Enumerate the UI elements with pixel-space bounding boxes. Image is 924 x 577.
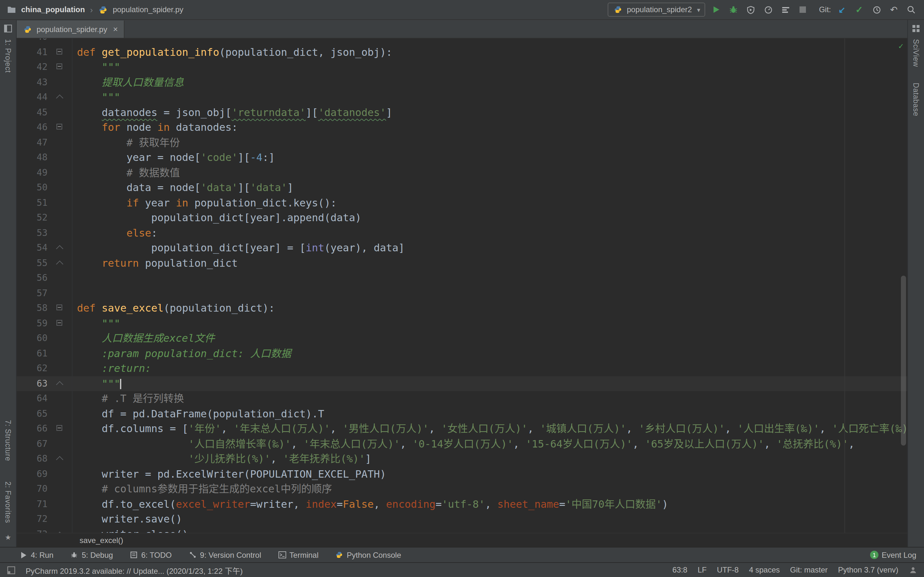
fold-start-icon[interactable] <box>50 45 69 60</box>
tool-button-version-control[interactable]: 9: Version Control <box>188 550 261 559</box>
search-icon[interactable] <box>905 3 918 16</box>
code-line[interactable]: 62 :return: <box>17 361 907 376</box>
code-line[interactable]: 54 population_dict[year] = [int(year), d… <box>17 240 907 255</box>
code-line[interactable]: 53 else: <box>17 226 907 240</box>
code-line[interactable]: 58def save_excel(population_dict): <box>17 301 907 316</box>
code-line[interactable]: 57 <box>17 285 907 301</box>
code-line[interactable]: 65 df = pd.DataFrame(population_dict).T <box>17 406 907 421</box>
line-number[interactable]: 58 <box>17 301 50 316</box>
breadcrumb-method[interactable]: save_excel() <box>79 536 123 545</box>
line-number[interactable]: 56 <box>17 271 50 285</box>
tool-button-todo[interactable]: 6: TODO <box>129 550 172 559</box>
code-line[interactable]: 43 提取人口数量信息 <box>17 75 907 90</box>
line-number[interactable]: 57 <box>17 285 50 301</box>
code-line[interactable]: 56 <box>17 271 907 285</box>
line-number[interactable]: 52 <box>17 210 50 226</box>
line-number[interactable]: 49 <box>17 165 50 180</box>
code-line[interactable]: 46 for node in datanodes: <box>17 120 907 135</box>
sciview-grid-icon[interactable] <box>911 24 921 33</box>
code-line[interactable]: 64 # .T 是行列转换 <box>17 391 907 406</box>
line-number[interactable]: 60 <box>17 331 50 346</box>
inspections-profile-icon[interactable] <box>909 566 918 574</box>
fold-end-icon[interactable] <box>50 527 69 533</box>
fold-end-icon[interactable] <box>50 90 69 105</box>
code-line[interactable]: 55 return population_dict <box>17 255 907 271</box>
fold-start-icon[interactable] <box>50 316 69 331</box>
fold-start-icon[interactable] <box>50 301 69 316</box>
project-tool-icon[interactable] <box>3 24 13 33</box>
sidebar-item-structure[interactable]: 7: Structure <box>4 420 12 461</box>
code-line[interactable]: 66 df.columns = ['年份', '年末总人口(万人)', '男性人… <box>17 421 907 436</box>
breadcrumb[interactable]: save_excel() <box>17 533 907 547</box>
fold-end-icon[interactable] <box>50 451 69 466</box>
tool-button-python-console[interactable]: Python Console <box>335 550 401 559</box>
fold-end-icon[interactable] <box>50 376 69 391</box>
line-number[interactable]: 54 <box>17 240 50 255</box>
run-configuration-select[interactable]: population_spider2 ▾ <box>607 3 706 17</box>
code-line[interactable]: 69 writer = pd.ExcelWriter(POPULATION_EX… <box>17 466 907 482</box>
line-number[interactable]: 72 <box>17 512 50 527</box>
star-icon[interactable]: ★ <box>5 533 11 542</box>
line-number[interactable]: 53 <box>17 226 50 240</box>
run-button[interactable] <box>710 3 723 16</box>
code-line[interactable]: 70 # columns参数用于指定生成的excel中列的顺序 <box>17 482 907 496</box>
code-line[interactable]: 44 """ <box>17 90 907 105</box>
line-number[interactable]: 42 <box>17 60 50 75</box>
breadcrumb-file[interactable]: population_spider.py <box>113 5 183 14</box>
code-line[interactable]: 61 :param population_dict: 人口数据 <box>17 346 907 361</box>
debug-button[interactable] <box>727 3 740 16</box>
close-icon[interactable]: × <box>113 24 118 34</box>
breadcrumb-project[interactable]: china_population <box>21 5 85 14</box>
file-encoding[interactable]: UTF-8 <box>717 566 738 574</box>
line-number[interactable]: 63 <box>17 376 50 391</box>
toolwindow-switcher-icon[interactable] <box>6 566 15 574</box>
git-update-icon[interactable]: ↙ <box>835 3 848 16</box>
line-number[interactable]: 61 <box>17 346 50 361</box>
code-line[interactable]: 52 population_dict[year].append(data) <box>17 210 907 226</box>
caret-position[interactable]: 63:8 <box>672 566 688 574</box>
code-line[interactable]: 45 datanodes = json_obj['returndata']['d… <box>17 105 907 120</box>
line-number[interactable]: 46 <box>17 120 50 135</box>
line-number[interactable]: 43 <box>17 75 50 90</box>
code-line[interactable]: 73 writer.close() <box>17 527 907 533</box>
python-interpreter[interactable]: Python 3.7 (venv) <box>838 566 898 574</box>
editor-scrollbar[interactable] <box>901 276 906 446</box>
tool-button-event-log[interactable]: 1 Event Log <box>870 550 916 559</box>
tab-population-spider[interactable]: population_spider.py × <box>17 21 124 38</box>
sidebar-item-database[interactable]: Database <box>912 82 920 116</box>
code-line[interactable]: 59 """ <box>17 316 907 331</box>
code-line[interactable]: 40 <box>17 39 907 45</box>
code-line[interactable]: 42 """ <box>17 60 907 75</box>
line-number[interactable]: 47 <box>17 135 50 150</box>
line-number[interactable]: 69 <box>17 466 50 482</box>
code-line[interactable]: 47 # 获取年份 <box>17 135 907 150</box>
fold-end-icon[interactable] <box>50 240 69 255</box>
line-number[interactable]: 67 <box>17 436 50 451</box>
line-number[interactable]: 50 <box>17 180 50 195</box>
fold-end-icon[interactable] <box>50 255 69 271</box>
tool-button-debug[interactable]: 5: Debug <box>70 550 113 559</box>
code-line[interactable]: 41def get_population_info(population_dic… <box>17 45 907 60</box>
line-number[interactable]: 68 <box>17 451 50 466</box>
code-line[interactable]: 50 data = node['data']['data'] <box>17 180 907 195</box>
sidebar-item-project[interactable]: 1: Project <box>4 39 12 73</box>
line-number[interactable]: 70 <box>17 482 50 496</box>
concurrency-diagram-button[interactable] <box>779 3 792 16</box>
line-number[interactable]: 55 <box>17 255 50 271</box>
code-line[interactable]: 60 人口数据生成excel文件 <box>17 331 907 346</box>
code-line[interactable]: 67 '人口自然增长率(‰)', '年末总人口(万人)', '0-14岁人口(万… <box>17 436 907 451</box>
fold-start-icon[interactable] <box>50 120 69 135</box>
profiler-button[interactable] <box>762 3 775 16</box>
line-number[interactable]: 65 <box>17 406 50 421</box>
code-line[interactable]: 71 df.to_excel(excel_writer=writer, inde… <box>17 496 907 512</box>
line-number[interactable]: 51 <box>17 195 50 210</box>
inspections-ok-icon[interactable]: ✓ <box>898 41 903 51</box>
code-line[interactable]: 63 """ <box>17 376 907 391</box>
git-commit-icon[interactable]: ✓ <box>853 3 866 16</box>
history-icon[interactable] <box>870 3 883 16</box>
line-number[interactable]: 48 <box>17 150 50 165</box>
sidebar-item-sciview[interactable]: SciView <box>912 39 920 67</box>
fold-start-icon[interactable] <box>50 421 69 436</box>
line-number[interactable]: 40 <box>17 39 50 45</box>
line-number[interactable]: 73 <box>17 527 50 533</box>
